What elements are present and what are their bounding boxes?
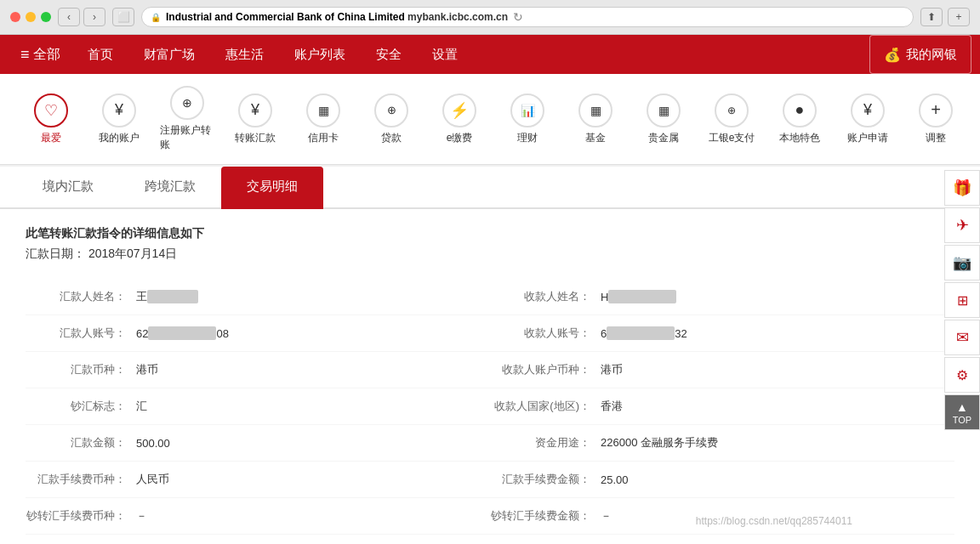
top-button[interactable]: ▲ TOP (944, 394, 980, 430)
left-column: 汇款人姓名： 王 汇款人账号： 62 08 汇款币种： 港币 钞汇标志 (26, 279, 490, 544)
icon-transfer[interactable]: ¥ 转账汇款 (221, 90, 289, 149)
new-tab-button[interactable]: + (948, 8, 970, 26)
tab-bar: 境内汇款 跨境汇款 交易明细 (0, 167, 980, 209)
sender-account-row: 汇款人账号： 62 08 (26, 315, 490, 352)
icon-loan[interactable]: ⊕ 贷款 (357, 90, 425, 149)
details-grid: 汇款人姓名： 王 汇款人账号： 62 08 汇款币种： 港币 钞汇标志 (26, 279, 954, 544)
cash-transfer-fee-amount-value: － (601, 508, 612, 524)
browser-nav-buttons: ‹ › (58, 8, 105, 26)
e-payment-icon: ⚡ (442, 94, 476, 128)
fund-icon: ▦ (578, 94, 612, 128)
icon-register-transfer[interactable]: ⊕ 注册账户转账 (153, 82, 221, 156)
icon-my-account[interactable]: ¥ 我的账户 (85, 90, 153, 149)
icon-credit-card[interactable]: ▦ 信用卡 (289, 90, 357, 149)
top-label: TOP (953, 415, 971, 425)
my-account-label: 我的账户 (99, 131, 140, 145)
sender-name-row: 汇款人姓名： 王 (26, 279, 490, 315)
nav-security[interactable]: 安全 (361, 35, 417, 74)
icon-account-apply[interactable]: ¥ 账户申请 (834, 90, 902, 149)
nav-settings[interactable]: 设置 (417, 35, 473, 74)
maximize-button[interactable] (41, 12, 51, 22)
browser-actions: ⬆ + (920, 8, 970, 26)
window-button[interactable]: ⬜ (112, 8, 134, 26)
address-text: Industrial and Commercial Bank of China … (166, 11, 508, 23)
sender-name-value: 王 (136, 289, 198, 304)
minimize-button[interactable] (26, 12, 36, 22)
register-transfer-label: 注册账户转账 (160, 123, 214, 152)
nav-home[interactable]: 首页 (72, 35, 128, 74)
fee-amount-row: 汇款手续费金额： 25.00 (490, 462, 954, 498)
date-value: 2018年07月14日 (88, 246, 177, 260)
icon-finance[interactable]: 📊 理财 (493, 90, 561, 149)
account-apply-icon: ¥ (851, 94, 885, 128)
precious-metal-icon: ▦ (647, 94, 681, 128)
send-button[interactable]: ✈ (944, 207, 980, 243)
amount-row: 汇款金额： 500.00 (26, 425, 490, 462)
close-button[interactable] (10, 12, 20, 22)
exchange-button[interactable]: ⊞ (944, 282, 980, 318)
sender-currency-row: 汇款币种： 港币 (26, 352, 490, 388)
sender-name-label: 汇款人姓名： (26, 289, 136, 304)
sender-currency-label: 汇款币种： (26, 362, 136, 377)
sender-account-blur (148, 326, 216, 340)
forward-button[interactable]: › (83, 8, 105, 26)
wallet-icon: 💰 (884, 47, 901, 63)
icon-favorites[interactable]: ♡ 最爱 (17, 90, 85, 149)
right-sidebar: 🎁 ✈ 📷 ⊞ ✉ ⚙ ▲ TOP (944, 170, 980, 430)
adjust-label: 调整 (926, 131, 946, 145)
mail-button[interactable]: ✉ (944, 320, 980, 355)
receiver-name-value: H (601, 290, 676, 303)
sender-currency-value: 港币 (136, 362, 158, 377)
receiver-currency-value: 港币 (601, 362, 623, 377)
receiver-currency-row: 收款人账户币种： 港币 (490, 352, 954, 388)
date-label: 汇款日期： (26, 246, 85, 260)
finance-icon: 📊 (510, 94, 544, 128)
receiver-country-value: 香港 (601, 399, 623, 414)
nav-mybank[interactable]: 💰 我的网银 (869, 35, 971, 74)
menu-button[interactable]: ≡ 全部 (9, 35, 72, 74)
settings2-button[interactable]: ⚙ (944, 357, 980, 393)
icon-precious-metal[interactable]: ▦ 贵金属 (630, 90, 698, 149)
back-button[interactable]: ‹ (58, 8, 80, 26)
receiver-currency-label: 收款人账户币种： (490, 362, 601, 377)
camera-button[interactable]: 📷 (944, 245, 980, 280)
favorites-icon: ♡ (34, 94, 68, 128)
refresh-icon[interactable]: ↻ (513, 10, 523, 24)
receiver-account-label: 收款人账号： (490, 326, 601, 341)
fee-currency-value: 人民币 (136, 472, 169, 487)
icon-e-payment[interactable]: ⚡ e缴费 (425, 90, 493, 149)
icon-adjust[interactable]: + 调整 (902, 90, 970, 149)
receiver-name-blur (608, 290, 676, 303)
share-button[interactable]: ⬆ (920, 8, 943, 26)
e-support-label: 工银e支付 (709, 131, 755, 145)
receiver-name-row: 收款人姓名： H (490, 279, 954, 315)
transfer-icon: ¥ (238, 94, 272, 128)
icon-e-support[interactable]: ⊕ 工银e支付 (698, 90, 766, 149)
nav-wealth[interactable]: 财富广场 (128, 35, 210, 74)
fee-currency-row: 汇款手续费币种： 人民币 (26, 462, 490, 498)
finance-label: 理财 (517, 131, 538, 145)
sender-account-value: 62 08 (136, 326, 229, 340)
amount-label: 汇款金额： (26, 435, 136, 450)
receiver-account-blur (607, 326, 675, 340)
nav-accounts[interactable]: 账户列表 (279, 35, 361, 74)
nav-life[interactable]: 惠生活 (210, 35, 279, 74)
loan-label: 贷款 (381, 131, 402, 145)
loan-icon: ⊕ (374, 94, 408, 128)
address-bar[interactable]: 🔒 Industrial and Commercial Bank of Chin… (141, 7, 914, 27)
gift-button[interactable]: 🎁 (944, 170, 980, 206)
fund-purpose-value: 226000 金融服务手续费 (601, 435, 718, 450)
channel-row: 交易渠道： 网上银行 (26, 535, 490, 544)
icon-fund[interactable]: ▦ 基金 (561, 90, 630, 149)
tab-domestic[interactable]: 境内汇款 (17, 167, 119, 209)
menu-label: 全部 (33, 46, 60, 64)
fund-purpose-label: 资金用途： (490, 435, 601, 450)
fee-currency-label: 汇款手续费币种： (26, 472, 136, 487)
cash-transfer-fee-currency-value: － (136, 508, 147, 524)
tab-cross-border[interactable]: 跨境汇款 (119, 167, 221, 209)
lock-icon: 🔒 (151, 13, 161, 22)
adjust-icon: + (919, 94, 953, 128)
icon-local[interactable]: ● 本地特色 (766, 90, 834, 149)
top-nav: ≡ 全部 首页 财富广场 惠生活 账户列表 安全 设置 💰 我的网银 (0, 35, 980, 74)
tab-transaction-detail[interactable]: 交易明细 (221, 167, 323, 209)
